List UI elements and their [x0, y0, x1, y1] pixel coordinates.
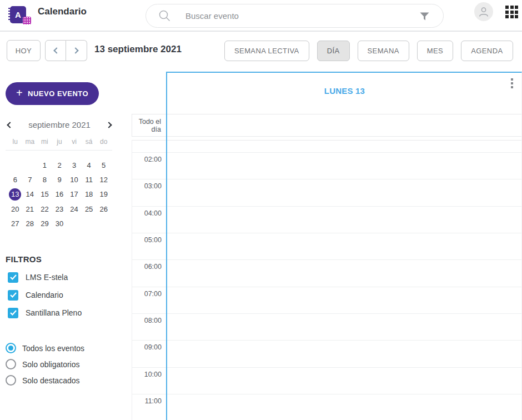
mini-calendar-weekdays: lumamijuvisádo — [8, 138, 111, 146]
chevron-left-icon — [53, 47, 59, 53]
mini-calendar-day[interactable]: 29 — [37, 217, 52, 231]
mini-calendar-day[interactable]: 28 — [23, 217, 38, 231]
all-day-label: Todo el día — [132, 114, 166, 136]
radio-label: Todos los eventos — [22, 344, 84, 353]
filter-checkbox-santillana-pleno[interactable]: Santillana Pleno — [8, 304, 82, 322]
mini-calendar-day[interactable]: 23 — [52, 202, 67, 216]
mini-calendar-day — [23, 158, 38, 172]
divider — [6, 150, 112, 151]
mini-calendar-grid: 1234567891011121314151617181920212223242… — [8, 158, 111, 231]
checkbox-checked-icon — [8, 308, 18, 318]
view-button-agenda[interactable]: AGENDA — [461, 41, 513, 61]
mini-calendar-day[interactable]: 24 — [67, 202, 82, 216]
time-gutter-cell — [132, 341, 167, 367]
mini-calendar-day[interactable]: 30 — [52, 217, 67, 231]
mini-calendar-day[interactable]: 19 — [96, 187, 111, 202]
prev-day-button[interactable] — [45, 40, 66, 61]
mini-calendar-day — [67, 217, 82, 231]
weekday-label: lu — [8, 138, 23, 146]
view-button-semana[interactable]: SEMANA — [358, 41, 409, 61]
mini-calendar-day[interactable]: 16 — [52, 187, 67, 202]
all-day-row[interactable]: Todo el día — [132, 114, 522, 137]
filter-checkbox-lms-e-stela[interactable]: LMS E-stela — [8, 268, 82, 286]
mini-calendar-day[interactable]: 13 — [8, 187, 23, 202]
time-row-11-00[interactable]: 11:00 — [132, 394, 522, 420]
weekday-label: ma — [23, 138, 38, 146]
time-gutter-cell — [132, 394, 167, 420]
checkbox-label: Calendario — [26, 291, 63, 299]
time-gutter-cell — [132, 153, 167, 179]
radio-icon — [6, 359, 16, 369]
filter-checkbox-calendario[interactable]: Calendario — [8, 286, 82, 304]
apps-grid-icon[interactable] — [505, 6, 519, 19]
mini-calendar-day[interactable]: 1 — [37, 158, 52, 172]
mini-calendar-day[interactable]: 11 — [82, 172, 97, 187]
mini-calendar-day[interactable]: 3 — [67, 158, 82, 172]
filter-checkbox-list: LMS E-stelaCalendarioSantillana Pleno — [8, 268, 82, 322]
mini-calendar-prev-icon[interactable] — [7, 122, 13, 128]
new-event-label: NUEVO EVENTO — [28, 89, 88, 98]
mini-calendar-day[interactable]: 2 — [52, 158, 67, 172]
mini-calendar-day[interactable]: 7 — [23, 172, 38, 187]
mini-calendar-day[interactable]: 9 — [52, 172, 67, 187]
search-placeholder: Buscar evento — [185, 11, 239, 21]
radio-todos-los-eventos[interactable]: Todos los eventos — [6, 340, 84, 356]
next-day-button[interactable] — [66, 40, 87, 61]
time-gutter-cell — [132, 207, 167, 233]
time-row-08-00[interactable]: 08:00 — [132, 313, 522, 340]
radio-solo-destacados[interactable]: Solo destacados — [6, 372, 84, 388]
filter-radio-list: Todos los eventosSolo obligatoriosSolo d… — [6, 340, 84, 388]
current-date-label: 13 septiembre 2021 — [94, 44, 182, 55]
time-row-09-00[interactable]: 09:00 — [132, 340, 522, 367]
time-gutter-cell — [132, 287, 167, 313]
mini-calendar-day[interactable]: 4 — [82, 158, 97, 172]
time-row-07-00[interactable]: 07:00 — [132, 287, 522, 313]
time-row-06-00[interactable]: 06:00 — [132, 259, 522, 286]
mini-calendar-day[interactable]: 22 — [37, 202, 52, 216]
filter-icon[interactable] — [420, 12, 429, 21]
mini-calendar-day[interactable]: 25 — [82, 202, 97, 216]
checkbox-checked-icon — [8, 272, 18, 283]
sidebar: + NUEVO EVENTO septiembre 2021 lumamijuv… — [0, 69, 132, 420]
mini-calendar-day[interactable]: 10 — [67, 172, 82, 187]
time-gutter-cell — [132, 179, 167, 206]
time-row-05-00[interactable]: 05:00 — [132, 233, 522, 259]
view-button-dia[interactable]: DÍA — [317, 41, 350, 61]
time-gutter-cell — [132, 368, 167, 394]
time-row-partial[interactable] — [132, 141, 522, 152]
radio-solo-obligatorios[interactable]: Solo obligatorios — [6, 356, 84, 372]
mini-calendar-day[interactable]: 20 — [8, 202, 23, 216]
mini-calendar-day[interactable]: 17 — [67, 187, 82, 202]
time-row-10-00[interactable]: 10:00 — [132, 367, 522, 394]
day-column-header: LUNES 13 — [167, 86, 522, 96]
mini-calendar-next-icon[interactable] — [106, 122, 112, 128]
mini-calendar-day[interactable]: 8 — [37, 172, 52, 187]
logo-calendar-icon — [23, 17, 31, 24]
weekday-label: ju — [52, 138, 67, 146]
filters-heading: FILTROS — [6, 254, 42, 264]
today-button[interactable]: HOY — [7, 40, 41, 61]
mini-calendar-day[interactable]: 6 — [8, 172, 23, 187]
mini-calendar-day[interactable]: 18 — [82, 187, 97, 202]
mini-calendar-day[interactable]: 21 — [23, 202, 38, 216]
mini-calendar-day — [8, 158, 23, 172]
time-gutter-cell — [132, 233, 167, 259]
view-button-mes[interactable]: MES — [417, 41, 453, 61]
mini-calendar-day[interactable]: 5 — [96, 158, 111, 172]
mini-calendar-day[interactable]: 15 — [37, 187, 52, 202]
time-row-04-00[interactable]: 04:00 — [132, 206, 522, 233]
view-button-semana-lectiva[interactable]: SEMANA LECTIVA — [224, 41, 309, 61]
time-gutter-cell — [132, 260, 167, 286]
mini-calendar-day[interactable]: 14 — [23, 187, 38, 202]
new-event-button[interactable]: + NUEVO EVENTO — [6, 82, 99, 105]
mini-calendar-day[interactable]: 27 — [8, 217, 23, 231]
time-row-02-00[interactable]: 02:00 — [132, 152, 522, 179]
radio-icon — [6, 343, 16, 353]
mini-calendar-day — [96, 217, 111, 231]
mini-calendar-day[interactable]: 12 — [96, 172, 111, 187]
mini-calendar-day[interactable]: 26 — [96, 202, 111, 216]
search-input[interactable]: Buscar evento — [145, 4, 444, 28]
time-row-03-00[interactable]: 03:00 — [132, 179, 522, 206]
user-avatar[interactable] — [474, 2, 493, 21]
checkbox-label: LMS E-stela — [26, 273, 68, 282]
